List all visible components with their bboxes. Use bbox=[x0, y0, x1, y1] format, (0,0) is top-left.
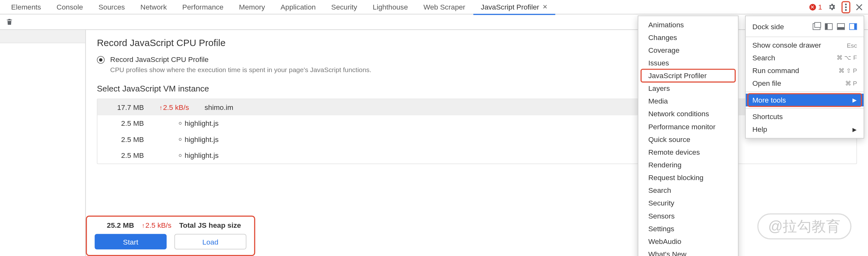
close-devtools-icon[interactable] bbox=[856, 3, 863, 10]
svg-point-1 bbox=[845, 6, 847, 8]
tab-performance[interactable]: Performance bbox=[175, 0, 231, 14]
start-button[interactable]: Start bbox=[95, 234, 166, 249]
more-tools-rendering[interactable]: Rendering bbox=[638, 159, 738, 171]
error-icon: ✕ bbox=[809, 3, 816, 10]
vm-name: highlight.js bbox=[179, 135, 219, 144]
menu-search[interactable]: Search⌘ ⌥ F bbox=[746, 52, 864, 64]
tab-console[interactable]: Console bbox=[49, 0, 91, 14]
close-icon[interactable]: ✕ bbox=[542, 3, 548, 10]
svg-point-0 bbox=[845, 3, 847, 5]
more-tools-animations[interactable]: Animations bbox=[638, 19, 738, 31]
tab-memory[interactable]: Memory bbox=[231, 0, 273, 14]
menu-show-console-drawer[interactable]: Show console drawerEsc bbox=[746, 39, 864, 52]
devtools-tabbar: ElementsConsoleSourcesNetworkPerformance… bbox=[0, 0, 868, 14]
total-rate: ↑2.5 kB/s bbox=[142, 221, 171, 229]
more-tools-changes[interactable]: Changes bbox=[638, 31, 738, 44]
more-tools-security[interactable]: Security bbox=[638, 197, 738, 209]
more-tools-issues[interactable]: Issues bbox=[638, 57, 738, 69]
tab-sources[interactable]: Sources bbox=[91, 0, 133, 14]
page-title: Record JavaScript CPU Profile bbox=[97, 38, 857, 49]
vm-name: highlight.js bbox=[179, 119, 219, 127]
dock-right-icon[interactable] bbox=[849, 23, 857, 30]
main-menu: Dock side Show console drawerEscSearch⌘ … bbox=[745, 16, 864, 139]
vm-row[interactable]: 2.5 MBxhighlight.js bbox=[97, 115, 856, 132]
vm-rate: ↑2.5 kB/s bbox=[160, 103, 189, 112]
more-tools-quick-source[interactable]: Quick source bbox=[638, 133, 738, 146]
vm-title: Select JavaScript VM instance bbox=[97, 84, 857, 93]
more-tools-what's-new[interactable]: What's New bbox=[638, 248, 738, 256]
vm-row[interactable]: 2.5 MBxhighlight.js bbox=[97, 147, 856, 164]
more-tools-media[interactable]: Media bbox=[638, 95, 738, 107]
tab-elements[interactable]: Elements bbox=[3, 0, 49, 14]
dock-popout-icon[interactable] bbox=[813, 23, 820, 30]
dock-left-icon[interactable] bbox=[825, 23, 833, 30]
record-option-label: Record JavaScript CPU Profile bbox=[110, 56, 209, 64]
arrow-up-icon: ↑ bbox=[142, 222, 145, 229]
sidebar-item[interactable] bbox=[0, 30, 85, 43]
tab-web-scraper[interactable]: Web Scraper bbox=[415, 0, 473, 14]
dock-bottom-icon[interactable] bbox=[837, 23, 844, 30]
vm-name: shimo.im bbox=[205, 103, 234, 112]
svg-point-2 bbox=[845, 9, 847, 11]
menu-separator bbox=[746, 108, 864, 109]
more-tools-performance-monitor[interactable]: Performance monitor bbox=[638, 120, 738, 133]
vm-size: 2.5 MB bbox=[105, 151, 144, 160]
menu-separator bbox=[746, 36, 864, 37]
more-tools-menu: AnimationsChangesCoverageIssuesJavaScrip… bbox=[638, 16, 739, 256]
total-label: Total JS heap size bbox=[179, 221, 241, 229]
vm-size: 17.7 MB bbox=[105, 103, 144, 112]
load-button[interactable]: Load bbox=[175, 234, 247, 249]
total-size: 25.2 MB bbox=[107, 221, 134, 229]
tab-network[interactable]: Network bbox=[133, 0, 175, 14]
more-tools-search[interactable]: Search bbox=[638, 184, 738, 197]
trash-icon[interactable] bbox=[5, 18, 13, 26]
menu-shortcuts[interactable]: Shortcuts bbox=[746, 110, 864, 123]
more-tools-webaudio[interactable]: WebAudio bbox=[638, 235, 738, 248]
more-tools-network-conditions[interactable]: Network conditions bbox=[638, 108, 738, 120]
record-option[interactable]: Record JavaScript CPU Profile bbox=[97, 56, 857, 64]
more-tools-javascript-profiler[interactable]: JavaScript Profiler bbox=[638, 69, 738, 82]
tab-javascript-profiler[interactable]: JavaScript Profiler✕ bbox=[473, 0, 555, 14]
menu-more-tools[interactable]: More tools▶ bbox=[746, 94, 864, 106]
tab-security[interactable]: Security bbox=[323, 0, 365, 14]
error-count: 1 bbox=[818, 3, 822, 11]
vm-size: 2.5 MB bbox=[105, 135, 144, 144]
radio-icon bbox=[97, 56, 104, 63]
more-tools-sensors[interactable]: Sensors bbox=[638, 210, 738, 222]
more-tools-layers[interactable]: Layers bbox=[638, 82, 738, 95]
tab-application[interactable]: Application bbox=[273, 0, 323, 14]
vm-list: 17.7 MB↑2.5 kB/sshimo.im2.5 MBxhighlight… bbox=[97, 99, 857, 164]
more-tools-remote-devices[interactable]: Remote devices bbox=[638, 146, 738, 159]
kebab-menu-icon[interactable] bbox=[845, 3, 847, 11]
vm-row[interactable]: 2.5 MBxhighlight.js bbox=[97, 132, 856, 148]
vm-size: 2.5 MB bbox=[105, 119, 144, 127]
menu-open-file[interactable]: Open file⌘ P bbox=[746, 77, 864, 90]
more-tools-settings[interactable]: Settings bbox=[638, 222, 738, 235]
menu-help[interactable]: Help▶ bbox=[746, 123, 864, 136]
vm-row[interactable]: 17.7 MB↑2.5 kB/sshimo.im bbox=[97, 99, 856, 115]
more-tools-request-blocking[interactable]: Request blocking bbox=[638, 171, 738, 184]
menu-separator bbox=[746, 91, 864, 92]
tab-lighthouse[interactable]: Lighthouse bbox=[365, 0, 415, 14]
dock-side-label: Dock side bbox=[752, 23, 784, 31]
more-tools-coverage[interactable]: Coverage bbox=[638, 44, 738, 57]
error-badge[interactable]: ✕ 1 bbox=[809, 3, 822, 11]
profiler-sidebar bbox=[0, 30, 86, 256]
vm-name: highlight.js bbox=[179, 151, 219, 160]
settings-gear-icon[interactable] bbox=[828, 3, 836, 11]
kebab-highlight bbox=[841, 1, 850, 13]
footer-highlight: 25.2 MB ↑2.5 kB/s Total JS heap size Sta… bbox=[86, 216, 255, 256]
menu-run-command[interactable]: Run command⌘ ⇧ P bbox=[746, 64, 864, 77]
